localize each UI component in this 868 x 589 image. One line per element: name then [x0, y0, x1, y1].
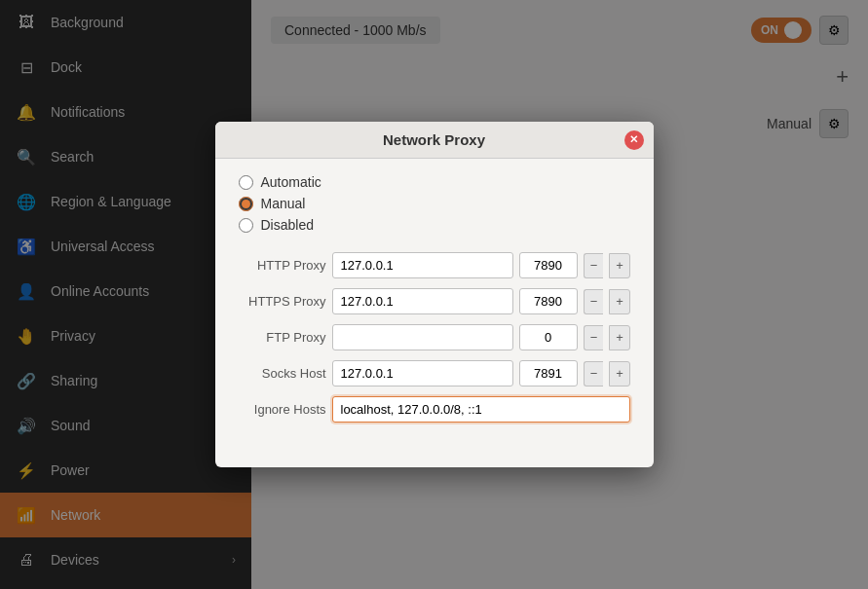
socks-host-label: Socks Host: [239, 366, 326, 381]
proxy-mode-radio-group: Automatic Manual Disabled: [239, 174, 630, 233]
network-proxy-modal: Network Proxy ✕ Automatic Manual Disable…: [215, 122, 654, 467]
close-icon: ✕: [629, 133, 638, 146]
ignore-hosts-label: Ignore Hosts: [239, 402, 326, 417]
modal-title-bar: Network Proxy ✕: [215, 122, 654, 159]
socks-host-row: Socks Host − +: [239, 360, 630, 387]
modal-title: Network Proxy: [383, 131, 485, 148]
radio-disabled[interactable]: Disabled: [239, 217, 630, 233]
http-proxy-host-input[interactable]: [332, 252, 513, 278]
radio-disabled-input[interactable]: [239, 218, 253, 233]
radio-manual-input[interactable]: [239, 197, 253, 211]
radio-automatic-input[interactable]: [239, 175, 253, 190]
http-proxy-port-input[interactable]: [519, 252, 578, 278]
http-port-increment-button[interactable]: +: [609, 253, 629, 278]
socks-port-decrement-button[interactable]: −: [584, 361, 604, 387]
radio-automatic[interactable]: Automatic: [239, 174, 630, 190]
modal-body: Automatic Manual Disabled HTTP Proxy − +: [215, 159, 654, 448]
socks-port-increment-button[interactable]: +: [609, 361, 629, 387]
ftp-proxy-label: FTP Proxy: [239, 330, 326, 345]
radio-disabled-label: Disabled: [261, 217, 314, 233]
https-proxy-host-input[interactable]: [332, 288, 513, 314]
https-proxy-row: HTTPS Proxy − +: [239, 288, 630, 314]
socks-port-input[interactable]: [519, 360, 578, 387]
ftp-proxy-port-input[interactable]: [519, 324, 578, 350]
ftp-port-increment-button[interactable]: +: [609, 325, 629, 350]
https-proxy-label: HTTPS Proxy: [239, 294, 326, 309]
modal-overlay: Network Proxy ✕ Automatic Manual Disable…: [0, 0, 868, 589]
http-proxy-label: HTTP Proxy: [239, 258, 326, 273]
socks-host-input[interactable]: [332, 360, 513, 387]
ftp-proxy-row: FTP Proxy − +: [239, 324, 630, 350]
radio-manual-label: Manual: [261, 196, 306, 211]
https-proxy-port-input[interactable]: [519, 288, 578, 314]
http-proxy-row: HTTP Proxy − +: [239, 252, 630, 278]
radio-manual[interactable]: Manual: [239, 196, 630, 211]
http-port-decrement-button[interactable]: −: [584, 253, 604, 278]
modal-close-button[interactable]: ✕: [624, 130, 644, 150]
https-port-increment-button[interactable]: +: [609, 289, 629, 314]
https-port-decrement-button[interactable]: −: [584, 289, 604, 314]
ignore-hosts-input[interactable]: [332, 396, 630, 423]
ftp-port-decrement-button[interactable]: −: [584, 325, 604, 350]
ignore-hosts-row: Ignore Hosts: [239, 396, 630, 423]
radio-automatic-label: Automatic: [261, 174, 321, 190]
ftp-proxy-host-input[interactable]: [332, 324, 513, 350]
